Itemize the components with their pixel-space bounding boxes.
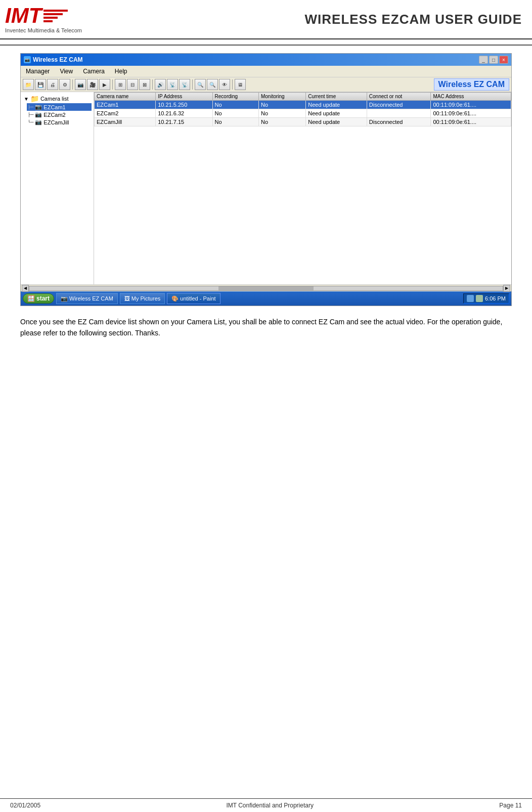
toolbar-sep-1 (72, 79, 73, 90)
table-row[interactable]: EZCamJill10.21.7.15NoNoNeed updateDiscon… (95, 118, 511, 126)
body-text: Once you see the EZ Cam device list show… (20, 316, 512, 339)
cam-icon-3: 📷 (35, 119, 42, 125)
sidebar-label-ezcamjill: EZCamJill (43, 119, 69, 125)
sidebar-tree: ├─ 📷 EZCam1 ├─ 📷 EZCam2 └─ 📷 EZCamJill (27, 103, 92, 126)
taskbar-btn-paint[interactable]: 🎨 untitled - Paint (167, 293, 220, 304)
main-area: ▼ 📁 Camera list ├─ 📷 EZCam1 ├─ 📷 EZCam2 … (21, 92, 511, 284)
tb-btn-8[interactable]: ⊞ (115, 79, 126, 90)
ezcam-label: Wireless EZ CAM (69, 295, 113, 302)
col-ip-address: IP Address (156, 93, 212, 101)
table-row[interactable]: EZCam210.21.6.32NoNoNeed update00:11:09:… (95, 109, 511, 118)
tb-btn-17[interactable]: 🖥 (235, 79, 246, 90)
logo-bar-4 (43, 20, 53, 22)
scroll-left[interactable]: ◀ (22, 285, 29, 292)
cell-0-5: Disconnected (367, 101, 431, 109)
mypictures-label: My Pictures (131, 295, 160, 302)
menu-camera[interactable]: Camera (80, 67, 108, 76)
window-icon: 📷 (24, 56, 31, 63)
cam-icon-2: 📷 (35, 111, 42, 118)
start-label: start (36, 295, 50, 302)
toolbar-sep-4 (192, 79, 193, 90)
sidebar-camera-list[interactable]: ▼ 📁 Camera list (23, 94, 92, 103)
tb-btn-11[interactable]: 🔊 (155, 79, 166, 90)
cell-2-0: EZCamJill (95, 118, 156, 126)
cell-0-2: No (212, 101, 258, 109)
page-title: WIRELESS EZCAM USER GUIDE (305, 12, 522, 27)
ezcam-icon: 📷 (61, 295, 68, 302)
cell-2-1: 10.21.7.15 (156, 118, 212, 126)
cell-0-0: EZCam1 (95, 101, 156, 109)
tb-btn-9[interactable]: ⊟ (127, 79, 138, 90)
scroll-track[interactable] (29, 286, 503, 291)
horizontal-scrollbar[interactable]: ◀ ▶ (21, 284, 511, 291)
page-title-area: WIRELESS EZCAM USER GUIDE (106, 12, 522, 27)
start-button[interactable]: 🪟 start (23, 293, 54, 304)
taskbar-btn-mypictures[interactable]: 🖼 My Pictures (120, 293, 165, 304)
cell-1-1: 10.21.6.32 (156, 109, 212, 118)
taskbar-btn-ezcam[interactable]: 📷 Wireless EZ CAM (56, 293, 118, 304)
tb-btn-1[interactable]: 📁 (23, 79, 34, 90)
scroll-right[interactable]: ▶ (503, 285, 510, 292)
tree-dash-3: └─ (28, 120, 33, 124)
footer-center: IMT Confidential and Proprietary (226, 802, 314, 809)
menu-manager[interactable]: Manager (23, 67, 53, 76)
systray-icon-2 (476, 295, 483, 302)
sidebar-root-label: Camera list (40, 96, 69, 102)
tb-btn-5[interactable]: 📷 (75, 79, 86, 90)
col-monitoring: Monitoring (258, 93, 305, 101)
tb-btn-16[interactable]: 👁 (219, 79, 230, 90)
cell-1-2: No (212, 109, 258, 118)
tb-btn-10[interactable]: ⊠ (139, 79, 150, 90)
table-row[interactable]: EZCam110.21.5.250NoNoNeed updateDisconne… (95, 101, 511, 109)
cell-1-0: EZCam2 (95, 109, 156, 118)
tb-btn-7[interactable]: ▶ (99, 79, 110, 90)
toolbar: 📁 💾 🖨 ⚙ 📷 🎥 ▶ ⊞ ⊟ ⊠ 🔊 📡 📡 🔍 🔍 👁 🖥 Wirele… (21, 77, 511, 92)
tb-btn-4[interactable]: ⚙ (59, 79, 70, 90)
col-mac: MAC Address (431, 93, 511, 101)
cell-2-2: No (212, 118, 258, 126)
cell-0-4: Need update (306, 101, 367, 109)
sidebar-item-ezcamjill[interactable]: └─ 📷 EZCamJill (27, 118, 92, 126)
toolbar-sep-3 (152, 79, 153, 90)
logo-bars (43, 10, 68, 22)
cell-0-3: No (258, 101, 305, 109)
paint-label: untitled - Paint (180, 295, 215, 302)
systray-icon-1 (467, 295, 474, 302)
tb-btn-13[interactable]: 📡 (179, 79, 190, 90)
tb-btn-2[interactable]: 💾 (35, 79, 46, 90)
cell-1-4: Need update (306, 109, 367, 118)
taskbar: 🪟 start 📷 Wireless EZ CAM 🖼 My Pictures … (21, 291, 511, 306)
tb-btn-6[interactable]: 🎥 (87, 79, 98, 90)
window-controls[interactable]: _ □ × (479, 56, 508, 64)
window-titlebar: 📷 Wireless EZ CAM _ □ × (21, 54, 511, 66)
minimize-button[interactable]: _ (479, 56, 488, 64)
tb-btn-12[interactable]: 📡 (167, 79, 178, 90)
tb-btn-3[interactable]: 🖨 (47, 79, 58, 90)
cell-2-5: Disconnected (367, 118, 431, 126)
clock-area: 6:06 PM (463, 293, 509, 304)
page-header: IMT Inventec Multimedia & Telecom WIRELE… (0, 0, 532, 39)
paint-icon: 🎨 (171, 295, 179, 302)
close-button[interactable]: × (499, 56, 508, 64)
cell-2-6: 00:11:09:0e:61.... (431, 118, 511, 126)
sidebar-item-ezcam2[interactable]: ├─ 📷 EZCam2 (27, 111, 92, 118)
maximize-button[interactable]: □ (489, 56, 498, 64)
sidebar-label-ezcam1: EZCam1 (43, 104, 65, 110)
body-paragraph: Once you see the EZ Cam device list show… (20, 316, 512, 339)
tree-dash-1: ├─ (28, 105, 33, 109)
tb-btn-15[interactable]: 🔍 (207, 79, 218, 90)
col-recording: Recording (212, 93, 258, 101)
sidebar-label-ezcam2: EZCam2 (43, 112, 65, 118)
window-title-text: Wireless EZ CAM (33, 56, 83, 63)
scroll-thumb[interactable] (218, 286, 313, 290)
sidebar-item-ezcam1[interactable]: ├─ 📷 EZCam1 (27, 103, 92, 111)
company-name: Inventec Multimedia & Telecom (5, 27, 106, 33)
toolbar-sep-2 (112, 79, 113, 90)
cell-0-6: 00:11:09:0e:61.... (431, 101, 511, 109)
footer-page: Page 11 (499, 802, 522, 809)
logo-bar-1 (43, 10, 68, 12)
menu-help[interactable]: Help (112, 67, 130, 76)
menu-view[interactable]: View (57, 67, 76, 76)
sidebar: ▼ 📁 Camera list ├─ 📷 EZCam1 ├─ 📷 EZCam2 … (21, 92, 94, 284)
tb-btn-14[interactable]: 🔍 (195, 79, 206, 90)
